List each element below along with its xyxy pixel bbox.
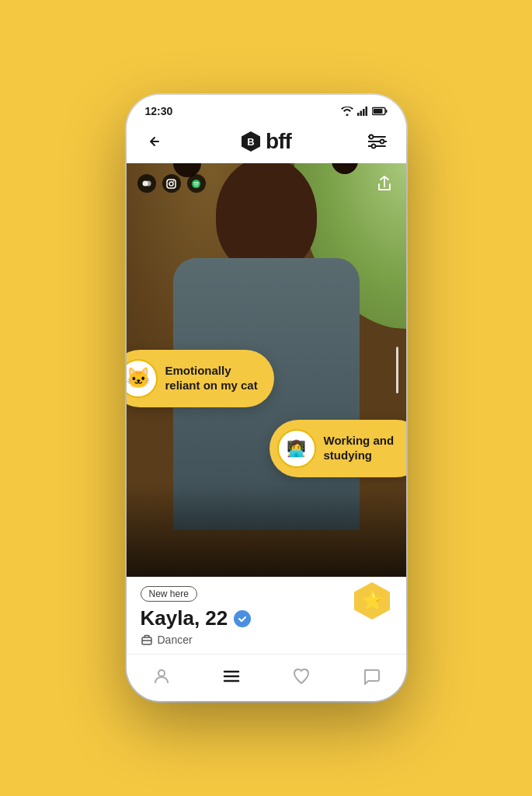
top-nav: B bff <box>127 123 406 163</box>
status-time: 12:30 <box>145 105 173 117</box>
logo-hex-icon: B <box>241 131 261 152</box>
photo-gradient <box>127 484 406 577</box>
menu-icon <box>222 669 241 684</box>
occupation-text: Dancer <box>158 634 193 646</box>
status-bar: 12:30 <box>127 95 406 123</box>
prompt-right-text: Working and studying <box>324 434 406 463</box>
person-icon <box>152 667 171 686</box>
app-logo: B bff <box>241 129 291 154</box>
work-emoji: 👩‍💻 <box>277 429 316 468</box>
scroll-indicator <box>396 347 398 393</box>
filter-icon <box>368 134 387 149</box>
cat-emoji: 🐱 <box>127 359 158 398</box>
phone-frame: 12:30 <box>127 95 406 701</box>
profile-name: Kayla, 22 <box>141 606 228 630</box>
svg-rect-3 <box>365 106 367 116</box>
star-button[interactable]: ⭐ <box>352 581 392 621</box>
chat-icon <box>362 667 381 686</box>
signal-icon <box>357 106 368 116</box>
profile-photo-area[interactable]: 🐱 Emotionally reliant on my cat 👩‍💻 Work… <box>127 163 406 577</box>
logo-text: bff <box>266 129 291 154</box>
share-icon <box>377 176 391 191</box>
phone-wrapper: 12:30 <box>127 95 406 701</box>
nav-likes-button[interactable] <box>286 662 317 690</box>
nav-messages-button[interactable] <box>356 662 387 690</box>
new-here-badge: New here <box>141 586 197 602</box>
svg-rect-6 <box>373 109 382 113</box>
bottom-nav <box>127 654 406 701</box>
svg-rect-2 <box>363 109 365 116</box>
wifi-icon <box>341 106 353 116</box>
status-icons <box>341 106 388 116</box>
checkmark-icon <box>238 614 247 623</box>
svg-text:B: B <box>247 136 254 148</box>
prompt-bubble-right[interactable]: 👩‍💻 Working and studying <box>269 420 406 477</box>
battery-icon <box>372 106 388 116</box>
instagram-icon[interactable] <box>162 174 181 193</box>
svg-rect-0 <box>357 113 360 116</box>
spotify-icon[interactable] <box>187 174 206 193</box>
svg-point-28 <box>158 670 165 676</box>
profile-info-card: New here Kayla, 22 Dancer <box>127 577 406 654</box>
filter-button[interactable] <box>365 129 390 154</box>
share-button[interactable] <box>374 173 395 194</box>
star-hex-icon: ⭐ <box>352 581 392 621</box>
letterboxd-icon[interactable] <box>137 174 156 193</box>
heart-icon <box>292 667 311 686</box>
app-icons-row <box>137 174 206 193</box>
nav-discover-button[interactable] <box>216 662 247 690</box>
svg-point-22 <box>173 180 175 182</box>
profile-occupation: Dancer <box>141 634 392 646</box>
prompt-left-text: Emotionally reliant on my cat <box>165 364 262 393</box>
prompt-bubble-left[interactable]: 🐱 Emotionally reliant on my cat <box>127 350 274 407</box>
svg-point-21 <box>169 182 173 186</box>
svg-rect-1 <box>360 111 362 117</box>
svg-rect-20 <box>167 180 176 188</box>
verified-badge <box>234 610 251 627</box>
photo-top-bar <box>137 173 395 194</box>
svg-rect-5 <box>385 110 387 113</box>
back-icon <box>147 134 162 149</box>
svg-text:⭐: ⭐ <box>361 590 383 611</box>
svg-point-19 <box>145 181 151 187</box>
back-button[interactable] <box>142 129 167 154</box>
nav-profile-button[interactable] <box>146 662 177 690</box>
briefcase-icon <box>141 634 153 646</box>
